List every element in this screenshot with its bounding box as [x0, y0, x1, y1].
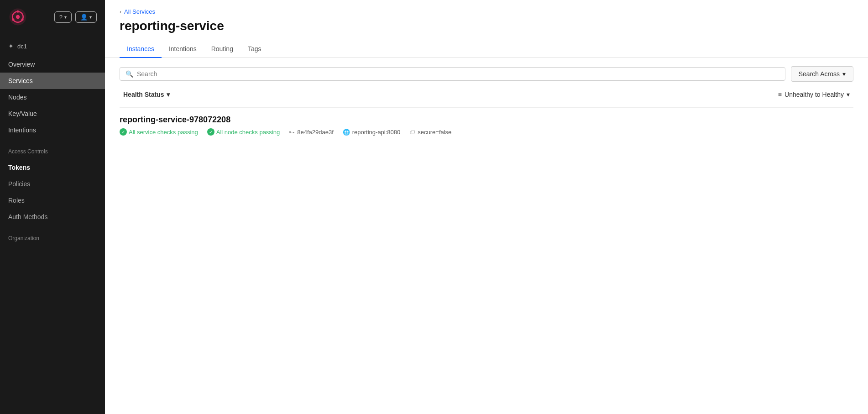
breadcrumb-back-chevron-icon: ‹ [120, 9, 121, 15]
service-check-passing-icon: ✓ [120, 128, 127, 136]
person-icon: 👤 [80, 14, 88, 21]
instance-name: reporting-service-978072208 [120, 115, 853, 125]
sidebar: ? ▾ 👤 ▾ ✦ dc1 Overview Services Nodes Ke… [0, 0, 105, 414]
sidebar-item-services[interactable]: Services [0, 73, 105, 89]
search-input[interactable] [137, 70, 779, 78]
header-buttons: ? ▾ 👤 ▾ [54, 11, 97, 23]
sidebar-item-auth-methods[interactable]: Auth Methods [0, 209, 105, 225]
sort-control[interactable]: ≡ Unhealthy to Healthy ▾ [774, 89, 853, 100]
svg-point-2 [16, 15, 20, 19]
tabs-bar: Instances Intentions Routing Tags [105, 41, 868, 58]
dc-label: dc1 [17, 43, 27, 50]
main-nav: Overview Services Nodes Key/Value Intent… [0, 54, 105, 140]
sidebar-item-roles[interactable]: Roles [0, 192, 105, 209]
svg-point-3 [16, 10, 19, 13]
toolbar: 🔍 Search Across ▾ [105, 58, 868, 86]
address-item: 🌐 reporting-api:8080 [343, 129, 401, 136]
sort-label: Unhealthy to Healthy [784, 91, 844, 98]
search-across-label: Search Across [799, 70, 840, 78]
health-status-label: Health Status [123, 91, 164, 98]
health-status-filter[interactable]: Health Status ▾ [120, 89, 173, 100]
service-check-label: All service checks passing [129, 129, 198, 136]
tab-instances[interactable]: Instances [120, 41, 162, 58]
health-filter-chevron-icon: ▾ [167, 91, 170, 98]
node-check-passing-icon: ✓ [207, 128, 214, 136]
sidebar-item-overview[interactable]: Overview [0, 56, 105, 73]
sort-icon: ≡ [778, 91, 782, 98]
search-across-button[interactable]: Search Across ▾ [791, 66, 853, 82]
consul-logo [8, 7, 27, 26]
node-check-label: All node checks passing [216, 129, 280, 136]
breadcrumb-all-services-link[interactable]: All Services [124, 8, 155, 15]
service-check-status: ✓ All service checks passing [120, 128, 198, 136]
node-check-status: ✓ All node checks passing [207, 128, 280, 136]
search-across-chevron-icon: ▾ [842, 70, 846, 78]
sidebar-item-nodes[interactable]: Nodes [0, 89, 105, 105]
help-icon: ? [59, 14, 63, 21]
dc-section: ✦ dc1 [0, 34, 105, 54]
sort-chevron-icon: ▾ [847, 91, 850, 98]
breadcrumb: ‹ All Services [105, 0, 868, 15]
help-button[interactable]: ? ▾ [54, 11, 72, 23]
account-button[interactable]: 👤 ▾ [75, 11, 97, 23]
organization-label: Organization [0, 227, 105, 244]
filter-bar: Health Status ▾ ≡ Unhealthy to Healthy ▾ [105, 86, 868, 105]
search-icon: 🔍 [125, 70, 133, 78]
instance-meta: ✓ All service checks passing ✓ All node … [120, 128, 853, 136]
access-controls-nav: Tokens Policies Roles Auth Methods [0, 157, 105, 227]
globe-icon: 🌐 [343, 129, 350, 136]
sidebar-header: ? ▾ 👤 ▾ [0, 0, 105, 34]
tag-value: secure=false [418, 129, 451, 136]
sidebar-item-policies[interactable]: Policies [0, 176, 105, 192]
sidebar-item-intentions[interactable]: Intentions [0, 122, 105, 138]
svg-point-4 [21, 18, 24, 21]
help-chevron-icon: ▾ [64, 15, 67, 20]
datacenter-icon: ✦ [8, 42, 14, 50]
instances-list: reporting-service-978072208 ✓ All servic… [105, 105, 868, 145]
access-controls-label: Access Controls [0, 140, 105, 157]
node-id-item: 🗝 8e4fa29dae3f [289, 129, 334, 136]
page-title: reporting-service [105, 15, 868, 41]
search-box[interactable]: 🔍 [120, 67, 785, 81]
account-chevron-icon: ▾ [89, 15, 92, 20]
sidebar-item-keyvalue[interactable]: Key/Value [0, 105, 105, 122]
table-row[interactable]: reporting-service-978072208 ✓ All servic… [120, 107, 853, 143]
tag-icon: 🏷 [409, 129, 415, 136]
address-value: reporting-api:8080 [352, 129, 401, 136]
tab-routing[interactable]: Routing [204, 41, 241, 58]
tab-intentions[interactable]: Intentions [162, 41, 204, 58]
sidebar-item-tokens[interactable]: Tokens [0, 159, 105, 176]
tag-item: 🏷 secure=false [409, 129, 451, 136]
svg-point-5 [12, 18, 14, 21]
key-icon: 🗝 [289, 129, 295, 136]
main-content: ‹ All Services reporting-service Instanc… [105, 0, 868, 414]
node-id-value: 8e4fa29dae3f [297, 129, 334, 136]
tab-tags[interactable]: Tags [241, 41, 269, 58]
